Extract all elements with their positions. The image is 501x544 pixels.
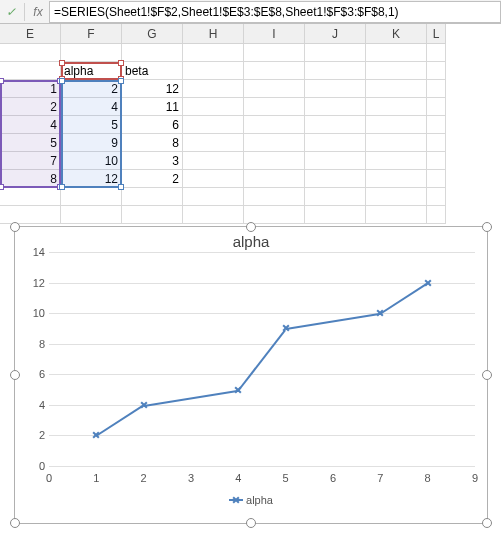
cell[interactable] — [366, 116, 427, 134]
cell[interactable] — [427, 116, 446, 134]
resize-handle[interactable] — [246, 222, 256, 232]
cell[interactable] — [305, 80, 366, 98]
cell[interactable] — [427, 188, 446, 206]
column-header[interactable]: I — [244, 24, 305, 44]
column-header[interactable]: H — [183, 24, 244, 44]
cell[interactable] — [427, 44, 446, 62]
column-header[interactable]: J — [305, 24, 366, 44]
resize-handle[interactable] — [10, 518, 20, 528]
cell[interactable] — [61, 188, 122, 206]
cell[interactable]: 3 — [122, 152, 183, 170]
cell[interactable] — [244, 188, 305, 206]
cell[interactable]: 12 — [122, 80, 183, 98]
cell[interactable] — [427, 206, 446, 224]
cell[interactable] — [305, 44, 366, 62]
legend-item[interactable]: alpha — [229, 494, 273, 506]
cell[interactable] — [244, 98, 305, 116]
cell[interactable] — [305, 62, 366, 80]
cell[interactable] — [183, 116, 244, 134]
chart-legend[interactable]: alpha — [15, 494, 487, 506]
fx-button[interactable]: fx — [27, 1, 49, 23]
x-tick-label: 9 — [472, 472, 478, 484]
spreadsheet-grid[interactable]: E F G H I J K L alpha beta 1 2 12 2 4 11… — [0, 24, 501, 224]
cell[interactable] — [183, 206, 244, 224]
formula-input[interactable] — [49, 1, 501, 23]
resize-handle[interactable] — [246, 518, 256, 528]
data-point-marker[interactable] — [376, 309, 384, 317]
cell[interactable] — [366, 188, 427, 206]
cell[interactable] — [305, 206, 366, 224]
data-point-marker[interactable] — [234, 386, 242, 394]
cell[interactable] — [244, 116, 305, 134]
cell[interactable] — [244, 134, 305, 152]
cell[interactable] — [183, 170, 244, 188]
cell[interactable] — [0, 188, 61, 206]
cell[interactable] — [366, 134, 427, 152]
cell[interactable]: beta — [122, 62, 183, 80]
column-header[interactable]: L — [427, 24, 446, 44]
x-tick-label: 8 — [425, 472, 431, 484]
cell[interactable] — [427, 80, 446, 98]
cell[interactable] — [427, 152, 446, 170]
cell[interactable] — [122, 206, 183, 224]
cell[interactable] — [183, 152, 244, 170]
x-tick-label: 7 — [377, 472, 383, 484]
resize-handle[interactable] — [482, 370, 492, 380]
cell[interactable] — [183, 44, 244, 62]
cell[interactable] — [244, 44, 305, 62]
data-point-marker[interactable] — [140, 401, 148, 409]
cell[interactable] — [0, 62, 61, 80]
cell[interactable] — [366, 80, 427, 98]
cell[interactable]: 6 — [122, 116, 183, 134]
cell[interactable] — [427, 134, 446, 152]
chart-plot-area[interactable]: 024681012140123456789 — [49, 252, 475, 466]
data-point-marker[interactable] — [424, 279, 432, 287]
cell[interactable] — [366, 170, 427, 188]
formula-accept-button[interactable]: ✓ — [0, 1, 22, 23]
column-header[interactable]: F — [61, 24, 122, 44]
cell[interactable] — [427, 62, 446, 80]
resize-handle[interactable] — [10, 222, 20, 232]
cell[interactable] — [0, 44, 61, 62]
cell[interactable] — [244, 170, 305, 188]
cell[interactable]: 2 — [122, 170, 183, 188]
cell[interactable] — [305, 98, 366, 116]
cell[interactable] — [305, 134, 366, 152]
cell[interactable] — [366, 98, 427, 116]
cell[interactable] — [61, 206, 122, 224]
cell[interactable] — [366, 44, 427, 62]
cell[interactable] — [244, 80, 305, 98]
cell[interactable] — [0, 206, 61, 224]
cell[interactable] — [427, 170, 446, 188]
cell[interactable] — [305, 170, 366, 188]
data-point-marker[interactable] — [282, 324, 290, 332]
cell[interactable] — [122, 188, 183, 206]
resize-handle[interactable] — [482, 222, 492, 232]
cell[interactable] — [305, 152, 366, 170]
cell[interactable]: 8 — [122, 134, 183, 152]
cell[interactable] — [183, 62, 244, 80]
cell[interactable] — [244, 62, 305, 80]
cell[interactable]: 11 — [122, 98, 183, 116]
chart-object[interactable]: alpha 024681012140123456789 alpha — [14, 226, 488, 524]
cell[interactable] — [244, 206, 305, 224]
y-tick-label: 4 — [19, 399, 45, 411]
cell[interactable] — [244, 152, 305, 170]
data-point-marker[interactable] — [92, 431, 100, 439]
cell[interactable] — [61, 44, 122, 62]
cell[interactable] — [366, 152, 427, 170]
resize-handle[interactable] — [482, 518, 492, 528]
cell[interactable] — [183, 98, 244, 116]
cell[interactable] — [366, 206, 427, 224]
cell[interactable] — [305, 188, 366, 206]
cell[interactable] — [305, 116, 366, 134]
column-header[interactable]: E — [0, 24, 61, 44]
cell[interactable] — [183, 134, 244, 152]
cell[interactable] — [366, 62, 427, 80]
column-header[interactable]: K — [366, 24, 427, 44]
cell[interactable] — [183, 188, 244, 206]
cell[interactable] — [183, 80, 244, 98]
cell[interactable] — [122, 44, 183, 62]
column-header[interactable]: G — [122, 24, 183, 44]
cell[interactable] — [427, 98, 446, 116]
